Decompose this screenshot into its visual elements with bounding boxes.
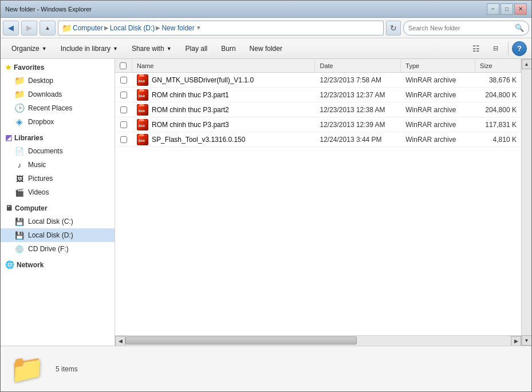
window-title: New folder - Windows Explorer — [5, 6, 92, 13]
breadcrumb-computer[interactable]: Computer — [73, 24, 103, 32]
sidebar-item-documents[interactable]: 📄 Documents — [1, 144, 115, 158]
rar-icon-2: RAR — [137, 104, 148, 116]
name-column-header[interactable]: Name — [132, 59, 316, 72]
sidebar-item-downloads[interactable]: 📁 Downloads — [1, 88, 115, 101]
scroll-up-button[interactable]: ▲ — [522, 59, 532, 69]
vscroll-track[interactable] — [522, 69, 532, 335]
rar-icon-1: RAR — [137, 89, 148, 101]
libraries-header[interactable]: ◩ Libraries — [1, 131, 115, 144]
sidebar-item-pictures[interactable]: 🖼 Pictures — [1, 172, 115, 185]
breadcrumb-newfolder[interactable]: New folder — [161, 24, 194, 32]
search-icon: 🔍 — [515, 23, 524, 32]
network-header[interactable]: 🌐 Network — [1, 258, 115, 271]
cd-icon: 💿 — [14, 244, 25, 254]
computer-label: Computer — [15, 204, 48, 212]
file-size-3: 117,831 K — [475, 121, 521, 129]
file-size-4: 4,810 K — [475, 136, 521, 144]
scroll-right-button[interactable]: ▶ — [511, 336, 521, 346]
sidebar-item-cd-f[interactable]: 💿 CD Drive (F:) — [1, 242, 115, 256]
pictures-icon: 🖼 — [14, 173, 25, 184]
sidebar-item-videos[interactable]: 🎬 Videos — [1, 185, 115, 199]
minimize-button[interactable]: − — [487, 3, 499, 15]
row-checkbox-1[interactable] — [115, 92, 132, 98]
type-column-header[interactable]: Type — [401, 59, 475, 72]
sidebar-item-recent[interactable]: 🕒 Recent Places — [1, 101, 115, 115]
libraries-icon: ◩ — [5, 133, 12, 142]
forward-button[interactable]: ▶ — [21, 21, 37, 35]
dropbox-icon: ◈ — [14, 117, 25, 127]
downloads-icon: 📁 — [14, 89, 25, 100]
new-folder-button[interactable]: New folder — [243, 41, 289, 57]
documents-icon: 📄 — [14, 146, 25, 156]
select-all-checkbox[interactable] — [120, 62, 127, 69]
burn-button[interactable]: Burn — [215, 41, 242, 57]
row-checkbox-0[interactable] — [115, 77, 132, 84]
date-column-header[interactable]: Date — [315, 59, 401, 72]
drive-d-label: Local Disk (D:) — [28, 231, 73, 239]
view-toggle-button[interactable]: ⊟ — [486, 41, 505, 57]
file-area: Name Date Type Size — [115, 59, 521, 346]
file-name-text-0: GN_MTK_USBDriver(full)_V1.1.0 — [152, 76, 254, 84]
breadcrumb[interactable]: 📁 Computer ▶ Local Disk (D:) ▶ New folde… — [58, 21, 384, 35]
check-all-col[interactable] — [115, 59, 132, 72]
music-icon: ♪ — [14, 160, 25, 170]
file-type-0: WinRAR archive — [401, 76, 475, 84]
search-bar[interactable]: 🔍 — [403, 21, 529, 35]
computer-section: 🖥 Computer 💾 Local Disk (C:) 💾 Local Dis… — [1, 201, 115, 256]
burn-label: Burn — [221, 45, 235, 53]
sidebar-item-dropbox[interactable]: ◈ Dropbox — [1, 115, 115, 129]
main-window: New folder - Windows Explorer − □ ✕ ◀ ▶ … — [0, 0, 532, 392]
view-options-button[interactable]: ☷ — [467, 41, 485, 57]
row-checkbox-4[interactable] — [115, 136, 132, 143]
videos-icon: 🎬 — [14, 187, 25, 197]
refresh-button[interactable]: ↻ — [386, 21, 401, 35]
breadcrumb-sep-1: ▶ — [104, 25, 109, 31]
svg-rect-6 — [139, 89, 144, 92]
sidebar-item-local-d[interactable]: 💾 Local Disk (D:) — [1, 228, 115, 242]
table-row[interactable]: RAR GN_MTK_USBDriver(full)_V1.1.0 12/23/… — [115, 73, 521, 88]
sidebar-item-local-c[interactable]: 💾 Local Disk (C:) — [1, 215, 115, 228]
maximize-button[interactable]: □ — [501, 3, 513, 15]
share-with-button[interactable]: Share with ▼ — [125, 41, 178, 57]
scroll-thumb[interactable] — [125, 336, 357, 345]
computer-header[interactable]: 🖥 Computer — [1, 201, 115, 215]
scroll-down-button[interactable]: ▼ — [522, 335, 532, 346]
row-checkbox-2[interactable] — [115, 106, 132, 113]
include-library-label: Include in library — [61, 45, 111, 53]
organize-button[interactable]: Organize ▼ — [5, 41, 53, 57]
svg-rect-14 — [139, 119, 144, 121]
breadcrumb-sep-2: ▶ — [156, 25, 160, 31]
up-button[interactable]: ▲ — [40, 21, 56, 35]
row-checkbox-3[interactable] — [115, 121, 132, 128]
size-col-label: Size — [480, 62, 492, 69]
sidebar-item-music[interactable]: ♪ Music — [1, 158, 115, 172]
svg-rect-18 — [139, 134, 144, 136]
include-library-button[interactable]: Include in library ▼ — [54, 41, 124, 57]
sidebar-item-desktop[interactable]: 📁 Desktop — [1, 74, 115, 88]
computer-icon: 🖥 — [5, 204, 13, 212]
size-column-header[interactable]: Size — [475, 59, 521, 72]
name-col-label: Name — [137, 62, 153, 69]
table-row[interactable]: RAR ROM chinh thuc P3.part3 12/23/2013 1… — [115, 117, 521, 132]
breadcrumb-dropdown[interactable]: ▼ — [196, 25, 202, 31]
help-button[interactable]: ? — [512, 41, 527, 56]
horizontal-scrollbar[interactable]: ◀ ▶ — [115, 335, 521, 346]
back-button[interactable]: ◀ — [3, 21, 19, 35]
vertical-scrollbar[interactable]: ▲ ▼ — [521, 59, 531, 346]
scroll-left-button[interactable]: ◀ — [115, 336, 125, 346]
breadcrumb-localdisk[interactable]: Local Disk (D:) — [110, 24, 155, 32]
share-with-label: Share with — [132, 45, 164, 53]
close-button[interactable]: ✕ — [514, 3, 527, 15]
file-name-1: RAR ROM chinh thuc P3.part1 — [132, 89, 316, 101]
file-list: RAR GN_MTK_USBDriver(full)_V1.1.0 12/23/… — [115, 73, 521, 335]
scroll-track[interactable] — [125, 336, 511, 346]
toolbar: Organize ▼ Include in library ▼ Share wi… — [1, 38, 531, 59]
search-input[interactable] — [408, 25, 513, 31]
file-name-3: RAR ROM chinh thuc P3.part3 — [132, 119, 316, 130]
table-row[interactable]: RAR ROM chinh thuc P3.part2 12/23/2013 1… — [115, 102, 521, 117]
table-row[interactable]: RAR ROM chinh thuc P3.part1 12/23/2013 1… — [115, 88, 521, 102]
play-all-button[interactable]: Play all — [179, 41, 214, 57]
favorites-header[interactable]: ★ Favorites — [1, 61, 115, 74]
file-date-3: 12/23/2013 12:39 AM — [316, 121, 401, 129]
table-row[interactable]: RAR SP_Flash_Tool_v3.1316.0.150 12/24/20… — [115, 132, 521, 147]
